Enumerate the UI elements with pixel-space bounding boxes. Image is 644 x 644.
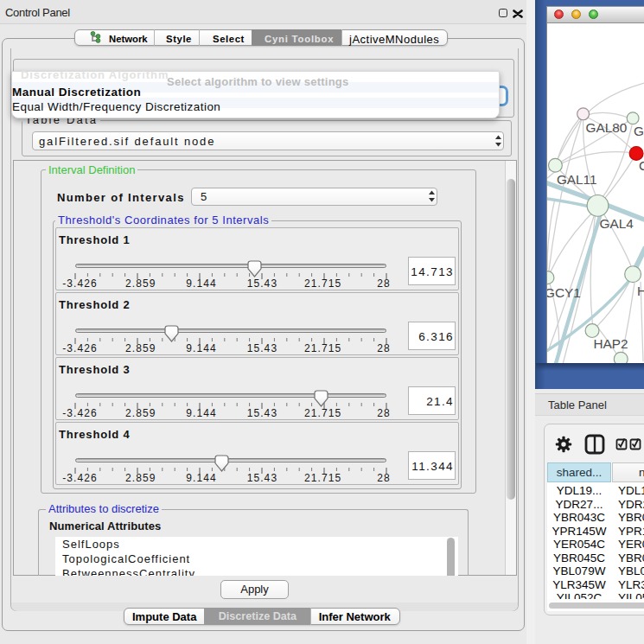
- svg-text:C: C: [639, 158, 644, 173]
- svg-text:GAL11: GAL11: [557, 172, 597, 187]
- svg-text:GAL4: GAL4: [599, 216, 634, 231]
- svg-text:HAP2: HAP2: [594, 336, 628, 351]
- svg-text:GAL80: GAL80: [586, 120, 628, 135]
- svg-text:H: H: [637, 284, 644, 298]
- svg-text:GA: GA: [634, 124, 644, 138]
- svg-text:GCY1: GCY1: [546, 285, 581, 300]
